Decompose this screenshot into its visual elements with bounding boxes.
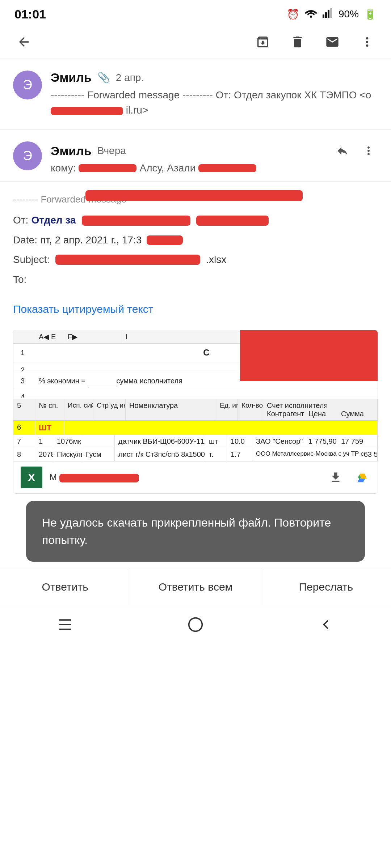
- redacted-date: [147, 235, 183, 245]
- redacted-from-2: [196, 216, 269, 226]
- bottom-actions: Ответить Ответить всем Переслать: [0, 569, 391, 605]
- email-header-1: Эмиль 📎 2 апр.: [51, 71, 378, 85]
- status-icons: ⏰ 90% 🔋: [287, 8, 377, 21]
- email-content-2: Эмиль Вчера кому: Алсу,: [51, 141, 378, 174]
- back-button[interactable]: [14, 33, 33, 51]
- redacted-to-1: [79, 164, 136, 172]
- alarm-icon: ⏰: [287, 8, 299, 20]
- toolbar-right: [253, 33, 377, 51]
- nav-home-button[interactable]: [181, 614, 210, 635]
- download-button[interactable]: [328, 469, 344, 485]
- attachment-area: А◀ E F▶ I J K L 1 С: [0, 324, 391, 562]
- status-time: 01:01: [14, 7, 46, 21]
- forwarded-from: От: Отдел за: [13, 211, 378, 229]
- svg-rect-3: [328, 10, 329, 18]
- forwarded-to: To:: [13, 271, 378, 289]
- svg-rect-2: [325, 12, 327, 18]
- email-thread: Э Эмиль 📎 2 апр. ---------- Forwarded me…: [0, 59, 391, 605]
- redacted-1: [51, 107, 123, 115]
- svg-rect-4: [330, 8, 332, 18]
- battery-icon: 🔋: [364, 8, 377, 20]
- email-to-line: кому: Алсу, Азали: [51, 162, 378, 174]
- email-item-2-top: Э Эмиль Вчера: [13, 141, 378, 174]
- battery-level: 90%: [339, 8, 359, 20]
- forwarded-subject: Subject: .xlsx: [13, 251, 378, 269]
- mail-button[interactable]: [323, 33, 342, 51]
- svg-point-5: [189, 618, 202, 631]
- forwarded-date: Date: пт, 2 апр. 2021 г., 17:3: [13, 231, 378, 249]
- sender-name-2: Эмиль: [51, 144, 92, 158]
- email-actions-2: [333, 141, 378, 160]
- redacted-forwarded-header: [85, 190, 303, 201]
- attachment-bottom-bar: X М: [13, 461, 378, 493]
- more-options-button-2[interactable]: [359, 141, 378, 160]
- avatar-1: Э: [13, 71, 42, 99]
- forward-button[interactable]: Переслать: [261, 569, 391, 605]
- show-quoted-button[interactable]: Показать цитируемый текст: [0, 290, 391, 324]
- attachment-action-icons: [328, 469, 370, 485]
- redacted-filename: [59, 474, 139, 482]
- delete-button[interactable]: [288, 33, 307, 51]
- sheet-row-7: 7 1 1076мк датчик ВБИ-Щ06-600У-1121-С шт…: [13, 435, 378, 448]
- reply-all-button[interactable]: Ответить всем: [130, 569, 261, 605]
- more-options-button[interactable]: [358, 33, 377, 51]
- reply-button[interactable]: Ответить: [0, 569, 130, 605]
- email-item-2[interactable]: Э Эмиль Вчера: [0, 130, 391, 182]
- toolbar: [0, 25, 391, 59]
- navigation-bar: [0, 605, 391, 646]
- redacted-to-2: [198, 164, 256, 172]
- toast-notification: Не удалось скачать прикрепленный файл. П…: [26, 501, 365, 562]
- email-item-1[interactable]: Э Эмиль 📎 2 апр. ---------- Forwarded me…: [0, 59, 391, 130]
- redacted-subject: [55, 255, 200, 265]
- forwarded-section: -------- Forwarded message ------ От: От…: [0, 182, 391, 290]
- sheet-header-row-5: 5 № сп. Исп. сий дена Стр уд иний ОКЗ Но…: [13, 399, 378, 421]
- sheet-row-4: 4: [13, 389, 378, 399]
- spreadsheet-header-area: А◀ E F▶ I J K L 1 С: [13, 330, 378, 399]
- email-content-1: Эмиль 📎 2 апр. ---------- Forwarded mess…: [51, 71, 378, 118]
- email-header-2-left: Эмиль Вчера: [51, 144, 126, 158]
- toolbar-left: [14, 33, 33, 51]
- email-date-1: 2 апр.: [116, 72, 144, 84]
- archive-button[interactable]: [253, 33, 272, 51]
- email-date-2: Вчера: [97, 145, 126, 157]
- signal-icon: [323, 8, 333, 21]
- wifi-icon: [304, 8, 318, 21]
- forwarded-header: -------- Forwarded message ------: [13, 190, 378, 208]
- email-header-2: Эмиль Вчера: [51, 141, 378, 160]
- attachment-preview[interactable]: А◀ E F▶ I J K L 1 С: [13, 330, 378, 494]
- sheet-row-8: 8 2078 Пискулин Гусм лист г/к Ст3пс/сп5 …: [13, 448, 378, 461]
- nav-recents-button[interactable]: [51, 614, 80, 635]
- redacted-from: [82, 216, 190, 226]
- avatar-2: Э: [13, 141, 42, 170]
- reply-button-2[interactable]: [333, 141, 352, 160]
- nav-back-button[interactable]: [311, 614, 340, 635]
- sender-name-1: Эмиль: [51, 71, 92, 85]
- spreadsheet-preview: А◀ E F▶ I J K L 1 С: [13, 330, 378, 493]
- email-preview-1: ---------- Forwarded message --------- О…: [51, 88, 378, 118]
- redacted-spreadsheet-top: [240, 330, 378, 381]
- sheet-row-6: 6 ШТ: [13, 421, 378, 435]
- svg-rect-1: [323, 14, 324, 18]
- excel-icon: X: [21, 467, 42, 488]
- svg-point-0: [310, 16, 312, 18]
- attachment-filename: М: [50, 472, 320, 482]
- attachment-icon-1: 📎: [97, 72, 110, 84]
- status-bar: 01:01 ⏰ 90% 🔋: [0, 0, 391, 25]
- drive-button[interactable]: [354, 469, 370, 485]
